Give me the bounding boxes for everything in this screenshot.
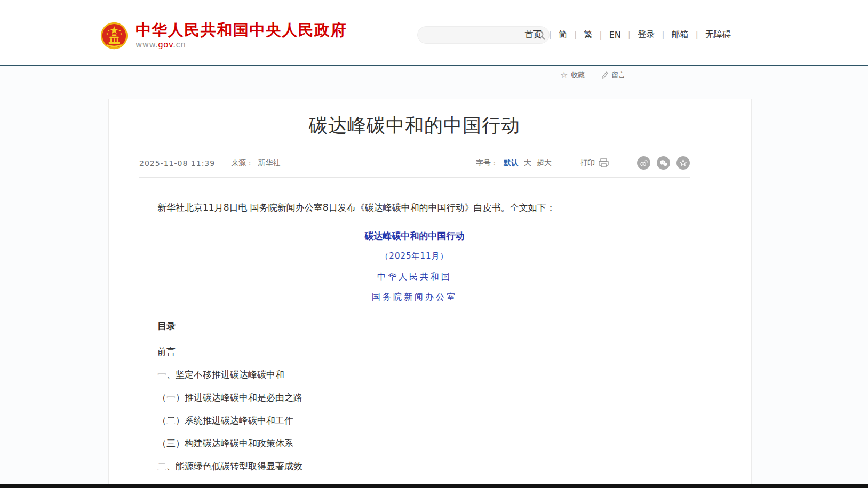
wechat-share-icon[interactable] (657, 156, 670, 170)
doc-org-office: 国务院新闻办公室 (139, 290, 690, 304)
site-url: www.gov.cn (136, 40, 347, 50)
printer-icon (599, 158, 609, 167)
font-default-button[interactable]: 默认 (504, 158, 519, 168)
site-url-gov: gov (158, 40, 173, 50)
font-xlarge-button[interactable]: 超大 (537, 158, 552, 168)
search-input[interactable] (418, 27, 532, 43)
toc-heading: 目录 (139, 319, 690, 333)
pencil-icon (601, 71, 608, 79)
nav-link[interactable]: EN (592, 30, 620, 40)
meta-separator (566, 159, 566, 167)
toc-item: （三）构建碳达峰碳中和政策体系 (139, 439, 690, 448)
meta-left: 2025-11-08 11:39 来源： 新华社 (139, 158, 280, 168)
nav-link[interactable]: 无障碍 (689, 29, 731, 41)
toc-item: 一、坚定不移推进碳达峰碳中和 (139, 370, 690, 379)
site-title: 中华人民共和国中央人民政府 (136, 21, 347, 38)
article-body: 新华社北京11月8日电 国务院新闻办公室8日发布《碳达峰碳中和的中国行动》白皮书… (139, 201, 690, 488)
star-icon: ☆ (560, 71, 568, 79)
share-row (637, 156, 690, 170)
publish-date: 2025-11-08 11:39 (139, 159, 215, 167)
toc-item: （一）推进碳达峰碳中和是必由之路 (139, 393, 690, 402)
toc-item: （二）系统推进碳达峰碳中和工作 (139, 416, 690, 425)
doc-title: 碳达峰碳中和的中国行动 (139, 229, 690, 243)
favorite-button[interactable]: ☆ 收藏 (560, 70, 585, 80)
toc-item: 前言 (139, 347, 690, 356)
site-url-cn: .cn (173, 40, 186, 50)
meta-right: 字号： 默认 大 超大 打印 (476, 156, 690, 170)
message-label: 留言 (611, 70, 625, 80)
bottom-dark-bar (0, 484, 868, 488)
print-label: 打印 (580, 158, 595, 168)
national-emblem-logo (100, 22, 128, 50)
nav-link[interactable]: 登录 (621, 29, 655, 41)
source-label: 来源： (231, 158, 253, 168)
more-share-star-icon[interactable] (676, 156, 690, 170)
toc-item: 二、能源绿色低碳转型取得显著成效 (139, 462, 690, 471)
meta-divider-line (139, 177, 690, 178)
nav-link[interactable]: 首页 (525, 29, 542, 41)
lead-paragraph: 新华社北京11月8日电 国务院新闻办公室8日发布《碳达峰碳中和的中国行动》白皮书… (139, 201, 690, 215)
top-nav: 首页简繁EN登录邮箱无障碍 (525, 29, 731, 41)
doc-date: （2025年11月） (139, 249, 690, 263)
font-large-button[interactable]: 大 (524, 158, 531, 168)
message-button[interactable]: 留言 (601, 70, 625, 80)
nav-link[interactable]: 邮箱 (655, 29, 688, 41)
article-title: 碳达峰碳中和的中国行动 (139, 113, 690, 138)
brand-text: 中华人民共和国中央人民政府 www.gov.cn (136, 21, 347, 50)
page-actions: ☆ 收藏 留言 (560, 70, 625, 80)
header-divider-line (0, 65, 868, 66)
gov-brand[interactable]: 中华人民共和国中央人民政府 www.gov.cn (100, 21, 347, 50)
site-header: 中华人民共和国中央人民政府 www.gov.cn 首页简繁EN登录邮箱无障碍 (0, 0, 868, 65)
article-card: 碳达峰碳中和的中国行动 2025-11-08 11:39 来源： 新华社 字号：… (108, 99, 752, 488)
doc-org-country: 中华人民共和国 (139, 269, 690, 284)
nav-link[interactable]: 繁 (567, 29, 592, 41)
site-url-www: www. (136, 40, 158, 50)
article-meta: 2025-11-08 11:39 来源： 新华社 字号： 默认 大 超大 打印 (139, 156, 690, 170)
source-value: 新华社 (258, 158, 280, 168)
nav-link[interactable]: 简 (542, 29, 567, 41)
favorite-label: 收藏 (571, 70, 585, 80)
font-size-label: 字号： (476, 158, 498, 168)
print-button[interactable]: 打印 (580, 158, 609, 168)
meta-separator (623, 159, 623, 167)
toc-list: 前言一、坚定不移推进碳达峰碳中和（一）推进碳达峰碳中和是必由之路（二）系统推进碳… (139, 347, 690, 488)
weibo-share-icon[interactable] (637, 156, 650, 170)
